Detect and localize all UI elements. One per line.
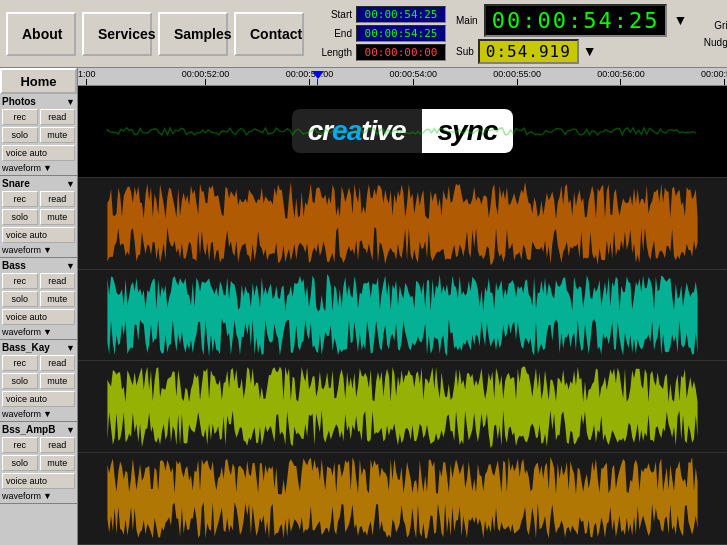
track-name-3: Bass_Kay <box>2 342 66 353</box>
read-btn-1[interactable]: read <box>40 191 76 207</box>
end-label: End <box>314 28 352 39</box>
start-label: Start <box>314 9 352 20</box>
rec-btn-2[interactable]: rec <box>2 273 38 289</box>
voice-btn-4[interactable]: voice auto <box>2 473 75 489</box>
track-arrow-1[interactable]: ▼ <box>66 179 75 189</box>
read-btn-0[interactable]: read <box>40 109 76 125</box>
ruler-mark-2: 00:00:53:00 <box>286 69 334 85</box>
track-control-1: Snare ▼ rec read solo mute voice auto wa… <box>0 176 77 258</box>
track-arrow-2[interactable]: ▼ <box>66 261 75 271</box>
waveform-arrow-0[interactable]: ▼ <box>43 163 52 173</box>
voice-btn-3[interactable]: voice auto <box>2 391 75 407</box>
waveform-arrow-2[interactable]: ▼ <box>43 327 52 337</box>
mute-btn-4[interactable]: mute <box>40 455 76 471</box>
time-panel: Start 00:00:54:25 End 00:00:54:25 Length… <box>314 6 446 61</box>
playhead <box>312 71 324 85</box>
sub-dropdown-icon[interactable]: ▼ <box>583 43 597 59</box>
nudge-label: Nudge <box>701 37 727 48</box>
ruler-mark-4: 00:00:55:00 <box>493 69 541 85</box>
waveform-arrow-4[interactable]: ▼ <box>43 491 52 501</box>
ruler-mark-3: 00:00:54:00 <box>390 69 438 85</box>
mute-btn-3[interactable]: mute <box>40 373 76 389</box>
contact-button[interactable]: Contact <box>234 12 304 56</box>
waveform-label-1: waveform <box>2 245 41 255</box>
track-name-4: Bss_AmpB <box>2 424 66 435</box>
main-label: Main <box>456 15 478 26</box>
solo-btn-1[interactable]: solo <box>2 209 38 225</box>
waveform-label-0: waveform <box>2 163 41 173</box>
rec-btn-3[interactable]: rec <box>2 355 38 371</box>
ruler-mark-0: 1:00 <box>78 69 96 85</box>
track-control-2: Bass ▼ rec read solo mute voice auto wav… <box>0 258 77 340</box>
read-btn-2[interactable]: read <box>40 273 76 289</box>
track-lane-4 <box>78 453 727 545</box>
waveform-label-4: waveform <box>2 491 41 501</box>
sub-label: Sub <box>456 46 474 57</box>
solo-btn-4[interactable]: solo <box>2 455 38 471</box>
ruler-mark-1: 00:00:52:00 <box>182 69 230 85</box>
track-arrow-3[interactable]: ▼ <box>66 343 75 353</box>
track-lane-2 <box>78 270 727 362</box>
main-dropdown-icon[interactable]: ▼ <box>673 12 687 28</box>
services-button[interactable]: Services <box>82 12 152 56</box>
mute-btn-1[interactable]: mute <box>40 209 76 225</box>
voice-btn-1[interactable]: voice auto <box>2 227 75 243</box>
start-display: 00:00:54:25 <box>356 6 446 23</box>
ruler-mark-6: 00:00:57:00 <box>701 69 727 85</box>
track-lane-1 <box>78 178 727 270</box>
mute-btn-2[interactable]: mute <box>40 291 76 307</box>
rec-btn-1[interactable]: rec <box>2 191 38 207</box>
track-name-0: Photos <box>2 96 66 107</box>
grid-label: Grid <box>701 20 727 31</box>
waveform-label-2: waveform <box>2 327 41 337</box>
voice-btn-0[interactable]: voice auto <box>2 145 75 161</box>
track-control-4: Bss_AmpB ▼ rec read solo mute voice auto… <box>0 422 77 504</box>
track-arrow-0[interactable]: ▼ <box>66 97 75 107</box>
track-name-2: Bass <box>2 260 66 271</box>
read-btn-4[interactable]: read <box>40 437 76 453</box>
rec-btn-0[interactable]: rec <box>2 109 38 125</box>
voice-btn-2[interactable]: voice auto <box>2 309 75 325</box>
waveform-arrow-1[interactable]: ▼ <box>43 245 52 255</box>
home-button[interactable]: Home <box>0 68 77 94</box>
ruler-mark-5: 00:00:56:00 <box>597 69 645 85</box>
rec-btn-4[interactable]: rec <box>2 437 38 453</box>
waveform-arrow-3[interactable]: ▼ <box>43 409 52 419</box>
solo-btn-2[interactable]: solo <box>2 291 38 307</box>
mute-btn-0[interactable]: mute <box>40 127 76 143</box>
main-time-display: 00:00:54:25 <box>484 4 668 37</box>
samples-button[interactable]: Samples <box>158 12 228 56</box>
length-display: 00:00:00:00 <box>356 44 446 61</box>
track-arrow-4[interactable]: ▼ <box>66 425 75 435</box>
track-control-0: Photos ▼ rec read solo mute voice auto w… <box>0 94 77 176</box>
grid-panel: Grid 00:00:00:00.01 Nudge 00:00:00:00.01 <box>701 18 727 50</box>
track-name-1: Snare <box>2 178 66 189</box>
read-btn-3[interactable]: read <box>40 355 76 371</box>
solo-btn-3[interactable]: solo <box>2 373 38 389</box>
waveform-label-3: waveform <box>2 409 41 419</box>
track-lane-3 <box>78 361 727 453</box>
about-button[interactable]: About <box>6 12 76 56</box>
timeline-ruler: 1:0000:00:52:0000:00:53:0000:00:54:0000:… <box>78 68 727 86</box>
solo-btn-0[interactable]: solo <box>2 127 38 143</box>
track-lane-0: creative sync <box>78 86 727 178</box>
sub-time-display: 0:54.919 <box>478 39 579 64</box>
end-display: 00:00:54:25 <box>356 25 446 42</box>
length-label: Length <box>314 47 352 58</box>
track-control-3: Bass_Kay ▼ rec read solo mute voice auto… <box>0 340 77 422</box>
